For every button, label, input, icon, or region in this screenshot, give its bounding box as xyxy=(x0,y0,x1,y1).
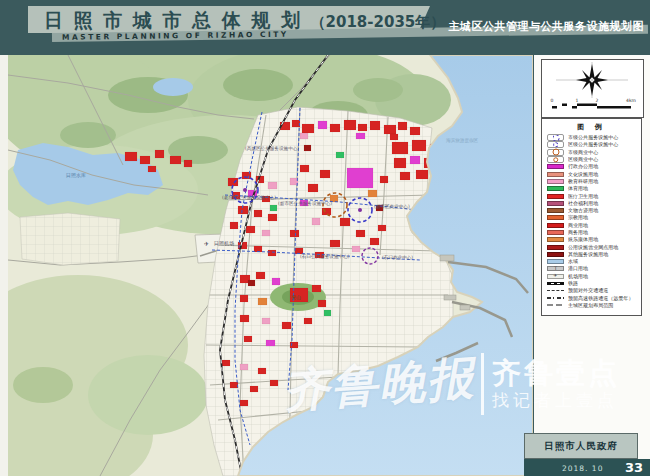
legend-symbol xyxy=(547,149,564,156)
legend-title: 图 例 xyxy=(542,122,641,132)
legend-color-swatch xyxy=(547,223,564,228)
compass-rose-icon: 0124km xyxy=(542,60,641,115)
publish-date: 2018. 10 xyxy=(562,464,603,473)
compass-scale-box: 0124km xyxy=(541,59,644,118)
legend-color-swatch xyxy=(547,252,564,257)
legend-color-swatch xyxy=(547,172,564,177)
legend-item: ✈机场用地 xyxy=(542,273,641,280)
legend-item: T港口用地 xyxy=(542,265,641,272)
legend-rows: 市级公共服务设施中心区级公共服务设施中心市级商业中心区级商业中心行政办公用地文化… xyxy=(542,134,641,309)
legend-symbol xyxy=(547,141,564,148)
legend-item: 社会福利用地 xyxy=(542,200,641,207)
scale-label: 1 xyxy=(576,98,579,103)
map-label: (石臼公共服务设施中心) xyxy=(300,253,350,260)
map-label: 奎山 xyxy=(291,294,301,300)
legend-symbol xyxy=(547,134,564,141)
legend-color-swatch xyxy=(547,164,564,169)
legend-item: 水域 xyxy=(542,258,641,265)
scale-label: 4km xyxy=(626,98,636,103)
southwest-town xyxy=(20,213,120,265)
legend-color-swatch xyxy=(547,186,564,191)
header: MASTER PLANNING OF RIZHAO CITY 日 照 市 城 市… xyxy=(0,0,650,55)
legend-item: 区级公共服务设施中心 xyxy=(542,141,641,148)
date-page-bar: 2018. 10 33 xyxy=(524,459,650,476)
legend: 图 例 市级公共服务设施中心区级公共服务设施中心市级商业中心区级商业中心行政办公… xyxy=(541,118,642,316)
legend-line-symbol xyxy=(547,297,564,299)
map-label: 海滨旅游度假区 xyxy=(446,137,479,144)
legend-item: 行政办公用地 xyxy=(542,163,641,170)
legend-color-swatch xyxy=(547,201,564,206)
legend-color-swatch: ✈ xyxy=(547,274,564,279)
map-label: (老城区公共服务设施中心) xyxy=(222,194,276,201)
map-label: ✈ xyxy=(204,240,209,247)
legend-item: 公用设施营业网点用地 xyxy=(542,243,641,250)
map-area: (高新区公共服务设施中心)(老城区公共服务设施中心)(新市区公共服务设施中心)(… xyxy=(8,55,533,476)
left-margin xyxy=(0,33,8,476)
legend-item: 文化设施用地 xyxy=(542,170,641,177)
legend-color-swatch xyxy=(547,245,564,250)
legend-item: 商务用地 xyxy=(542,229,641,236)
legend-item: 医疗卫生用地 xyxy=(542,192,641,199)
legend-item: 文物古迹用地 xyxy=(542,207,641,214)
legend-color-swatch xyxy=(547,230,564,235)
legend-color-swatch: T xyxy=(547,266,564,271)
legend-item: 宗教用地 xyxy=(542,214,641,221)
legend-color-swatch xyxy=(547,194,564,199)
map-label: (新市区商业中心) xyxy=(374,204,410,209)
title-year-range: （2018-2035年） xyxy=(311,13,446,31)
publisher-bar: 日照市人民政府 xyxy=(524,433,638,459)
legend-item: 预留高速铁路通道（远景年） xyxy=(542,295,641,302)
page-title: 日 照 市 城 市 总 体 规 划 （2018-2035年） xyxy=(44,8,445,34)
scale-bar: 0124km xyxy=(551,98,636,109)
planning-map-page: MASTER PLANNING OF RIZHAO CITY 日 照 市 城 市… xyxy=(0,0,650,476)
scale-label: 2 xyxy=(596,98,599,103)
legend-item: 其他服务设施用地 xyxy=(542,251,641,258)
legend-color-swatch xyxy=(547,237,564,242)
legend-item: 主城区规划布局范围 xyxy=(542,302,641,309)
legend-color-swatch xyxy=(547,208,564,213)
legend-item: 区级商业中心 xyxy=(542,156,641,163)
map-label: (高新区公共服务设施中心) xyxy=(245,145,299,152)
legend-item: 铁路 xyxy=(542,280,641,287)
map-canvas: (高新区公共服务设施中心)(老城区公共服务设施中心)(新市区公共服务设施中心)(… xyxy=(8,55,533,476)
legend-line-symbol xyxy=(547,304,564,306)
legend-symbol xyxy=(547,156,564,163)
sidebar: 0124km 图 例 市级公共服务设施中心区级公共服务设施中心市级商业中心区级商… xyxy=(533,55,650,476)
map-label: (新市区公共服务设施中心) xyxy=(278,200,332,207)
legend-item: 市级商业中心 xyxy=(542,149,641,156)
legend-line-symbol xyxy=(547,282,564,285)
map-label: 日照水库 xyxy=(66,172,86,179)
map-label: 日照机场 xyxy=(214,240,234,247)
legend-color-swatch xyxy=(547,215,564,220)
publisher-name: 日照市人民政府 xyxy=(544,440,618,453)
legend-item: 娱乐康体用地 xyxy=(542,236,641,243)
legend-item: 商业用地 xyxy=(542,222,641,229)
small-lake xyxy=(153,78,193,96)
legend-line-symbol xyxy=(547,290,564,291)
legend-color-swatch xyxy=(547,179,564,184)
page-number: 33 xyxy=(625,460,643,475)
legend-item: 教育科研用地 xyxy=(542,178,641,185)
legend-color-swatch xyxy=(547,259,564,264)
legend-item: 体育用地 xyxy=(542,185,641,192)
legend-item: 预留对外交通通道 xyxy=(542,287,641,294)
scale-label: 0 xyxy=(551,98,554,103)
map-sheet-name: 主城区公共管理与公共服务设施规划图 xyxy=(449,19,645,34)
